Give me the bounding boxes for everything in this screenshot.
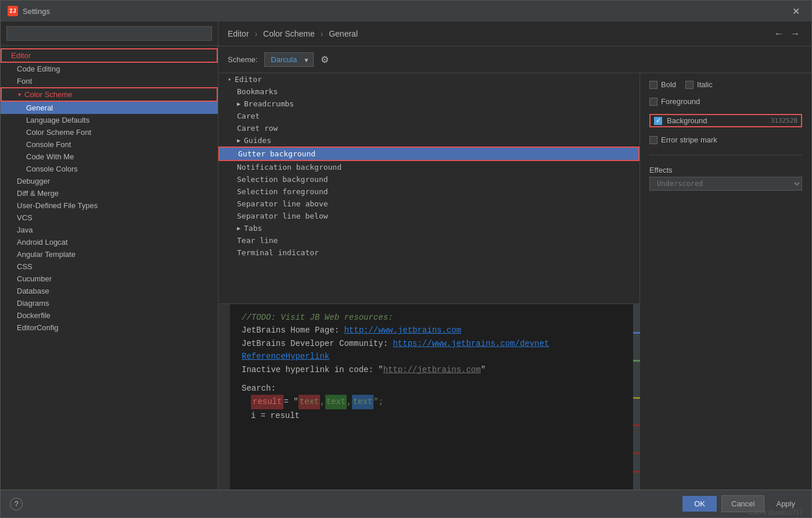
sidebar-item-css[interactable]: CSS	[1, 260, 218, 273]
color-scheme-font-label: Color Scheme Font	[26, 128, 91, 137]
sidebar-item-code-with-me[interactable]: Code With Me	[1, 151, 218, 163]
foreground-label-wrap[interactable]: Foreground	[649, 97, 700, 106]
left-panel: ▾ Editor Bookmarks ▶ Breadcrumbs Caret	[218, 73, 640, 490]
dev-community-label: JetBrains Developer Community:	[242, 339, 393, 348]
close-button[interactable]: ✕	[788, 3, 804, 19]
sidebar-item-debugger[interactable]: Debugger	[1, 175, 218, 187]
home-page-url: http://www.jetbrains.com	[344, 326, 461, 335]
sidebar-item-console-font[interactable]: Console Font	[1, 138, 218, 151]
gear-button[interactable]: ⚙	[321, 54, 329, 65]
breadcrumb: Editor › Color Scheme › General	[228, 29, 358, 38]
effects-select[interactable]: Underscored Bordered Dotted line Rounded…	[649, 177, 802, 191]
sidebar-item-font[interactable]: Font	[1, 75, 218, 87]
tree-item-tabs[interactable]: ▶ Tabs	[218, 222, 639, 234]
sidebar-item-android-logcat[interactable]: Android Logcat	[1, 236, 218, 248]
foreground-checkbox[interactable]	[649, 98, 657, 106]
sidebar-item-code-editing[interactable]: Code Editing	[1, 63, 218, 75]
breadcrumbs-arrow: ▶	[237, 101, 240, 107]
sidebar-item-angular-template[interactable]: Angular Template	[1, 248, 218, 260]
breadcrumb-general: General	[329, 29, 358, 38]
tree-item-editor[interactable]: ▾ Editor	[218, 73, 639, 85]
color-scheme-label: Color Scheme	[24, 90, 72, 99]
sidebar-item-cucumber[interactable]: Cucumber	[1, 273, 218, 285]
italic-checkbox-label[interactable]: Italic	[685, 80, 713, 89]
tree-panel[interactable]: ▾ Editor Bookmarks ▶ Breadcrumbs Caret	[218, 73, 640, 303]
console-colors-label: Console Colors	[26, 165, 78, 173]
preview-code-line1: result = " text , text , text ";	[242, 395, 621, 409]
sidebar-item-vcs[interactable]: VCS	[1, 212, 218, 224]
search-input[interactable]	[6, 26, 212, 41]
scheme-bar: Scheme: Darcula ⚙	[218, 47, 811, 73]
sidebar-item-editor[interactable]: Editor	[1, 48, 218, 63]
help-button[interactable]: ?	[10, 498, 23, 510]
sidebar-item-dockerfile[interactable]: Dockerfile	[1, 309, 218, 321]
breadcrumb-color-scheme: Color Scheme	[263, 29, 315, 38]
tree-item-gutter-background[interactable]: Gutter background	[218, 147, 639, 161]
tree-item-separator-line-above[interactable]: Separator line above	[218, 198, 639, 210]
preview-scrollbar[interactable]	[633, 304, 640, 490]
sidebar-item-user-defined[interactable]: User-Defined File Types	[1, 199, 218, 212]
editorconfig-label: EditorConfig	[17, 323, 59, 332]
angular-template-label: Angular Template	[17, 250, 76, 259]
sidebar-item-diagrams[interactable]: Diagrams	[1, 297, 218, 309]
sidebar-item-diff-merge[interactable]: Diff & Merge	[1, 187, 218, 199]
divider-effects	[649, 155, 802, 155]
tree-item-selection-background[interactable]: Selection background	[218, 173, 639, 185]
tree-item-separator-line-below[interactable]: Separator line below	[218, 210, 639, 222]
bold-checkbox[interactable]	[649, 81, 657, 89]
scheme-select[interactable]: Darcula	[264, 52, 314, 67]
console-font-label: Console Font	[26, 140, 71, 149]
forward-button[interactable]: →	[788, 27, 802, 40]
nav-arrows: ← →	[772, 27, 802, 40]
sidebar-nav: Editor Code Editing Font ▾ Color Scheme …	[1, 46, 218, 490]
code-with-me-label: Code With Me	[26, 152, 74, 161]
preview-area: //TODO: Visit JB Web resources: JetBrain…	[218, 303, 640, 490]
scrollbar-marker-1	[633, 332, 640, 334]
search-label: Search:	[242, 384, 276, 393]
text2-highlight: text	[325, 395, 347, 409]
tree-item-tear-line[interactable]: Tear line	[218, 234, 639, 247]
ok-button[interactable]: OK	[682, 496, 717, 512]
general-label: General	[26, 103, 53, 112]
android-logcat-label: Android Logcat	[17, 238, 67, 247]
effects-label: Effects	[649, 163, 802, 177]
tree-item-caret-row[interactable]: Caret row	[218, 122, 639, 134]
tree-item-breadcrumbs[interactable]: ▶ Breadcrumbs	[218, 98, 639, 110]
effects-section: Effects Underscored Bordered Dotted line…	[649, 163, 802, 191]
sidebar-item-console-colors[interactable]: Console Colors	[1, 163, 218, 175]
background-label-wrap[interactable]: ✓ Background	[654, 116, 707, 125]
database-label: Database	[17, 287, 49, 295]
breadcrumb-editor: Editor	[228, 29, 249, 38]
bold-checkbox-label[interactable]: Bold	[649, 80, 676, 89]
language-defaults-label: Language Defaults	[26, 116, 89, 124]
tree-item-caret[interactable]: Caret	[218, 110, 639, 122]
tree-item-selection-foreground[interactable]: Selection foreground	[218, 185, 639, 198]
error-stripe-label: Error stripe mark	[661, 135, 717, 144]
tree-item-guides[interactable]: ▶ Guides	[218, 134, 639, 147]
sidebar-item-general[interactable]: General	[1, 102, 218, 114]
tree-item-notification-background[interactable]: Notification background	[218, 161, 639, 173]
tree-item-terminal-indicator[interactable]: Terminal indicator	[218, 247, 639, 259]
sidebar-item-color-scheme[interactable]: ▾ Color Scheme	[1, 87, 218, 102]
dev-community-url: https://www.jetbrains.com/devnet	[393, 339, 549, 348]
italic-checkbox[interactable]	[685, 81, 694, 89]
code-editing-label: Code Editing	[17, 65, 60, 73]
sidebar-item-color-scheme-font[interactable]: Color Scheme Font	[1, 126, 218, 138]
scheme-select-wrapper: Darcula	[264, 52, 314, 67]
java-label: Java	[17, 226, 33, 234]
scheme-label: Scheme:	[228, 55, 257, 64]
back-button[interactable]: ←	[772, 27, 786, 40]
background-checkbox[interactable]: ✓	[654, 117, 662, 125]
watermark: CSDN @walls1717	[748, 509, 803, 516]
sidebar-item-language-defaults[interactable]: Language Defaults	[1, 114, 218, 126]
titlebar: IJ Settings ✕	[1, 1, 811, 22]
editor-tree-arrow: ▾	[228, 76, 231, 83]
error-stripe-label-wrap[interactable]: Error stripe mark	[649, 135, 717, 144]
sidebar-item-java[interactable]: Java	[1, 224, 218, 236]
sidebar-item-database[interactable]: Database	[1, 285, 218, 297]
sidebar-item-editorconfig[interactable]: EditorConfig	[1, 321, 218, 334]
error-stripe-checkbox[interactable]	[649, 136, 657, 144]
italic-label: Italic	[697, 80, 713, 89]
text1-highlight: text	[299, 395, 321, 409]
tree-item-bookmarks[interactable]: Bookmarks	[218, 85, 639, 98]
